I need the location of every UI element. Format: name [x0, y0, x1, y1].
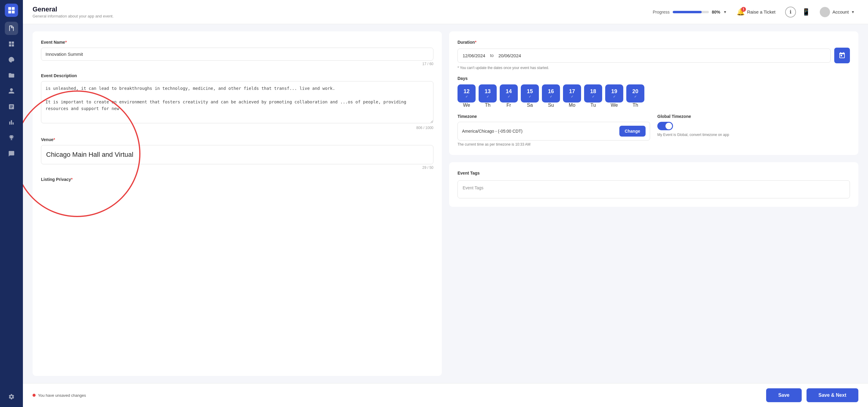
days-section: Days 12✓We13✓Th14✓Fr15✓Sa16✓Su17✓Mo18✓Tu… — [458, 76, 850, 108]
day-check: ✓ — [487, 95, 489, 99]
venue-input[interactable] — [41, 145, 433, 164]
day-number: 15 — [527, 88, 533, 95]
ticket-icon-wrap: 🔔 1 — [737, 8, 745, 16]
day-chip[interactable]: 13✓ — [478, 85, 497, 102]
event-tags-label: Event Tags — [463, 185, 845, 190]
day-name: Mo — [569, 102, 575, 108]
header-actions: Progress 80% ▼ 🔔 1 Raise a Ticket ℹ 📱 — [653, 5, 858, 19]
content-area: Event Name* 17 / 60 Event Description is… — [23, 24, 868, 383]
page-subtitle: General information about your app and e… — [33, 14, 114, 19]
day-wrapper: 20✓Th — [626, 85, 644, 108]
sidebar — [0, 0, 23, 407]
venue-char-count: 29 / 50 — [41, 165, 433, 170]
day-check: ✓ — [550, 95, 553, 99]
day-chip[interactable]: 16✓ — [542, 85, 560, 102]
sidebar-item-person[interactable] — [5, 85, 18, 98]
change-timezone-button[interactable]: Change — [619, 126, 646, 136]
global-toggle-caption: My Event is Global, convert timezone on … — [657, 133, 850, 137]
sidebar-item-settings[interactable] — [5, 390, 18, 403]
main-area: General General information about your a… — [23, 0, 868, 407]
global-timezone-toggle[interactable] — [657, 122, 673, 130]
day-check: ✓ — [571, 95, 574, 99]
day-name: Th — [632, 102, 638, 108]
day-chip[interactable]: 20✓ — [626, 85, 644, 102]
save-next-button[interactable]: Save & Next — [807, 388, 859, 402]
day-name: Sa — [527, 102, 533, 108]
duration-card: Duration* 12/06/2024 to 20/06/2024 * You… — [449, 31, 858, 155]
required-star: * — [65, 40, 67, 44]
day-number: 14 — [506, 88, 512, 95]
left-panel: Event Name* 17 / 60 Event Description is… — [33, 31, 442, 376]
day-check: ✓ — [634, 95, 637, 99]
day-wrapper: 17✓Mo — [563, 85, 581, 108]
sidebar-item-grid[interactable] — [5, 37, 18, 51]
day-chip[interactable]: 17✓ — [563, 85, 581, 102]
timezone-left: Timezone America/Chicago - (-05:00 CDT) … — [458, 114, 650, 147]
duration-label: Duration* — [458, 40, 850, 44]
calendar-button[interactable] — [834, 48, 850, 63]
raise-ticket-button[interactable]: 🔔 1 Raise a Ticket — [733, 6, 779, 18]
duration-input[interactable]: 12/06/2024 to 20/06/2024 — [458, 49, 831, 63]
day-check: ✓ — [507, 95, 510, 99]
days-grid: 12✓We13✓Th14✓Fr15✓Sa16✓Su17✓Mo18✓Tu19✓We… — [458, 85, 850, 108]
progress-bar — [673, 11, 709, 13]
date-separator: to — [490, 53, 494, 58]
mobile-icon[interactable]: 📱 — [802, 8, 810, 16]
date-to: 20/06/2024 — [498, 53, 521, 58]
sidebar-item-chart[interactable] — [5, 116, 18, 129]
day-chip[interactable]: 14✓ — [500, 85, 518, 102]
day-chip[interactable]: 12✓ — [458, 85, 475, 102]
unsaved-text: You have unsaved changes — [38, 393, 86, 398]
event-name-label: Event Name* — [41, 40, 433, 44]
day-chip[interactable]: 18✓ — [584, 85, 602, 102]
global-toggle-wrap — [657, 122, 850, 130]
event-name-char-count: 17 / 60 — [41, 62, 433, 66]
timezone-section: Timezone America/Chicago - (-05:00 CDT) … — [458, 114, 850, 147]
sidebar-item-doc[interactable] — [5, 100, 18, 113]
event-tags-section-label: Event Tags — [458, 170, 850, 176]
progress-label: Progress — [653, 10, 670, 14]
day-number: 12 — [464, 88, 470, 95]
day-wrapper: 14✓Fr — [500, 85, 518, 108]
global-timezone-right: Global Timezone My Event is Global, conv… — [657, 114, 850, 137]
avatar — [820, 7, 830, 17]
progress-section: Progress 80% ▼ — [653, 10, 727, 14]
account-button[interactable]: Account ▼ — [816, 5, 858, 19]
event-tags-field: Event Tags — [458, 180, 850, 198]
day-chip[interactable]: 15✓ — [521, 85, 539, 102]
day-number: 19 — [611, 88, 617, 95]
sidebar-item-trophy[interactable] — [5, 131, 18, 145]
day-wrapper: 13✓Th — [478, 85, 497, 108]
raise-ticket-label: Raise a Ticket — [747, 9, 775, 14]
event-desc-char-count: 806 / 1000 — [41, 126, 433, 130]
venue-label: Venue* — [41, 137, 433, 142]
progress-dropdown-icon[interactable]: ▼ — [723, 10, 727, 14]
account-label: Account — [832, 9, 849, 14]
toggle-knob — [665, 123, 672, 129]
unsaved-dot — [33, 394, 36, 397]
day-name: We — [611, 102, 618, 108]
day-check: ✓ — [529, 95, 531, 99]
event-desc-input[interactable]: is unleashed, it can lead to breakthroug… — [41, 81, 433, 123]
app-logo[interactable] — [5, 4, 18, 17]
sidebar-item-pages[interactable] — [5, 22, 18, 35]
progress-bar-fill — [673, 11, 702, 13]
timezone-box: America/Chicago - (-05:00 CDT) Change — [458, 122, 650, 140]
sidebar-item-chat[interactable] — [5, 147, 18, 160]
right-panel: Duration* 12/06/2024 to 20/06/2024 * You… — [449, 31, 858, 376]
day-chip[interactable]: 19✓ — [605, 85, 623, 102]
days-label: Days — [458, 76, 850, 81]
date-from: 12/06/2024 — [463, 53, 485, 58]
day-number: 20 — [632, 88, 638, 95]
info-button[interactable]: ℹ — [785, 7, 796, 18]
event-name-input[interactable] — [41, 48, 433, 61]
event-tags-card: Event Tags Event Tags — [449, 162, 858, 207]
timezone-label: Timezone — [458, 114, 650, 119]
sidebar-item-folder[interactable] — [5, 69, 18, 82]
page-title: General — [33, 5, 114, 13]
save-button[interactable]: Save — [766, 388, 801, 402]
day-name: We — [463, 102, 470, 108]
day-wrapper: 12✓We — [458, 85, 475, 108]
sidebar-item-palette[interactable] — [5, 53, 18, 66]
duration-row: 12/06/2024 to 20/06/2024 — [458, 48, 850, 63]
